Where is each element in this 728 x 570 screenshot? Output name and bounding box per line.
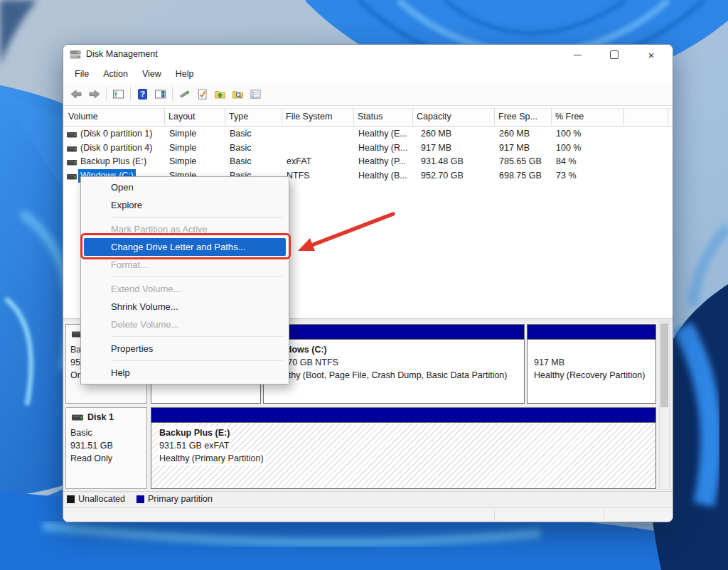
vertical-scrollbar[interactable] — [659, 321, 670, 490]
menu-action[interactable]: Action — [96, 67, 135, 81]
disk-1-panel[interactable]: Disk 1 Basic 931.51 GB Read Only — [65, 407, 147, 489]
volume-icon — [67, 131, 77, 138]
column-header-pct-free[interactable]: % Free — [552, 109, 624, 125]
folder-search-icon[interactable] — [229, 85, 247, 103]
menu-view[interactable]: View — [135, 67, 168, 81]
menu-separator — [112, 276, 284, 277]
toolbar-separator — [106, 87, 107, 101]
cell-file-system — [287, 127, 355, 141]
window-controls: × — [559, 45, 670, 65]
cell-layout: Simple — [169, 141, 226, 155]
toolbar-separator — [172, 87, 173, 101]
volume-list-header: Volume Layout Type File System Status Ca… — [63, 108, 673, 127]
status-divider — [494, 510, 495, 521]
partition-size: 917 MB — [534, 356, 653, 369]
table-row[interactable]: (Disk 0 partition 1) Simple Basic Health… — [63, 127, 668, 141]
table-row[interactable]: (Disk 0 partition 4) Simple Basic Health… — [63, 141, 668, 155]
column-header-volume[interactable]: Volume — [65, 109, 165, 125]
cell-free-space: 260 MB — [499, 127, 553, 141]
menu-item-shrink-volume[interactable]: Shrink Volume... — [81, 298, 289, 316]
refresh-wand-icon[interactable] — [176, 85, 193, 103]
back-icon[interactable] — [68, 85, 85, 103]
maximize-button[interactable] — [596, 45, 633, 65]
cell-capacity: 931.48 GB — [421, 155, 499, 168]
toolbar: ? — [63, 82, 673, 106]
check-document-icon[interactable] — [193, 85, 211, 103]
column-header-empty[interactable] — [624, 109, 668, 125]
help-icon[interactable]: ? — [134, 85, 151, 103]
minimize-icon — [574, 55, 582, 55]
column-header-status[interactable]: Status — [354, 109, 413, 125]
cell-volume: (Disk 0 partition 1) — [80, 127, 166, 141]
column-header-free-space[interactable]: Free Sp... — [495, 109, 552, 125]
menu-item-explore[interactable]: Explore — [81, 196, 289, 214]
cell-file-system: exFAT — [287, 155, 355, 168]
context-menu: Open Explore Mark Partition as Active Ch… — [80, 176, 289, 385]
cell-free-space: 917 MB — [499, 141, 553, 155]
cell-status: Healthy (P... — [358, 155, 415, 168]
disk-0-windows-c-block[interactable]: Windows (C:) 952.70 GB NTFS Healthy (Boo… — [263, 324, 525, 404]
menu-file[interactable]: File — [68, 67, 96, 81]
cell-pct-free: 100 % — [556, 141, 623, 155]
folder-up-icon[interactable] — [211, 85, 229, 103]
cell-file-system: NTFS — [287, 169, 355, 183]
legend-unallocated: Unallocated — [78, 494, 125, 504]
cell-capacity: 260 MB — [421, 127, 499, 141]
cell-status: Healthy (E... — [358, 127, 415, 141]
menu-item-delete-volume: Delete Volume... — [81, 316, 289, 333]
disk-1-backup-plus-block[interactable]: Backup Plus (E:) 931.51 GB exFAT Healthy… — [151, 407, 656, 489]
forward-icon[interactable] — [85, 85, 103, 103]
annotation-highlight-box — [80, 233, 291, 259]
column-header-file-system[interactable]: File System — [282, 109, 354, 125]
cell-pct-free: 84 % — [556, 155, 623, 168]
menu-separator — [112, 217, 284, 217]
cell-layout: Simple — [169, 127, 226, 141]
status-divider — [604, 510, 604, 521]
primary-partition-bar — [264, 325, 524, 340]
partition-name: Windows (C:) — [270, 343, 521, 356]
console-tree-icon[interactable] — [109, 85, 127, 103]
cell-pct-free: 73 % — [556, 169, 623, 183]
menu-bar: File Action View Help — [63, 65, 673, 82]
column-header-type[interactable]: Type — [225, 109, 282, 125]
primary-partition-bar — [528, 325, 655, 340]
menu-item-help[interactable]: Help — [81, 364, 289, 382]
partition-size: 931.51 GB exFAT — [158, 439, 230, 452]
partition-name: Backup Plus (E:) — [158, 426, 231, 439]
action-pane-icon[interactable] — [151, 85, 169, 103]
cell-type: Basic — [230, 127, 283, 141]
cell-capacity: 917 MB — [421, 141, 499, 155]
disk-1-row: Disk 1 Basic 931.51 GB Read Only Backup … — [65, 407, 670, 489]
cell-free-space: 698.75 GB — [499, 169, 553, 183]
legend-bar: Unallocated Primary partition — [63, 491, 673, 507]
partition-status: Healthy (Boot, Page File, Crash Dump, Ba… — [270, 369, 521, 382]
column-header-layout[interactable]: Layout — [165, 109, 225, 125]
menu-separator — [112, 336, 284, 337]
partition-status: Healthy (Primary Partition) — [158, 452, 265, 465]
toolbar-separator — [130, 87, 131, 101]
menu-help[interactable]: Help — [168, 67, 201, 81]
cell-layout: Simple — [169, 155, 226, 168]
scrollbar-thumb[interactable] — [660, 323, 668, 407]
disk-0-recovery-block[interactable]: 917 MB Healthy (Recovery Partition) — [527, 324, 656, 404]
volume-icon — [67, 173, 77, 180]
primary-partition-swatch — [136, 495, 144, 503]
cell-volume: (Disk 0 partition 4) — [80, 141, 166, 155]
volume-icon — [67, 158, 77, 166]
cell-file-system — [287, 141, 355, 155]
table-row[interactable]: Backup Plus (E:) Simple Basic exFAT Heal… — [63, 155, 668, 168]
maximize-icon — [610, 50, 619, 59]
menu-item-properties[interactable]: Properties — [81, 340, 289, 357]
close-button[interactable]: × — [633, 45, 670, 65]
cell-volume: Backup Plus (E:) — [80, 155, 166, 168]
minimize-button[interactable] — [559, 45, 596, 65]
menu-item-open[interactable]: Open — [81, 178, 289, 196]
properties-list-icon[interactable] — [247, 85, 264, 103]
cell-status: Healthy (R... — [358, 141, 415, 155]
desktop: Disk Management × File Action View Help — [0, 0, 728, 570]
primary-partition-bar — [151, 408, 655, 423]
volume-icon — [67, 145, 77, 152]
disk-1-status: Read Only — [70, 453, 112, 463]
column-header-capacity[interactable]: Capacity — [413, 109, 495, 125]
close-icon: × — [648, 50, 655, 60]
